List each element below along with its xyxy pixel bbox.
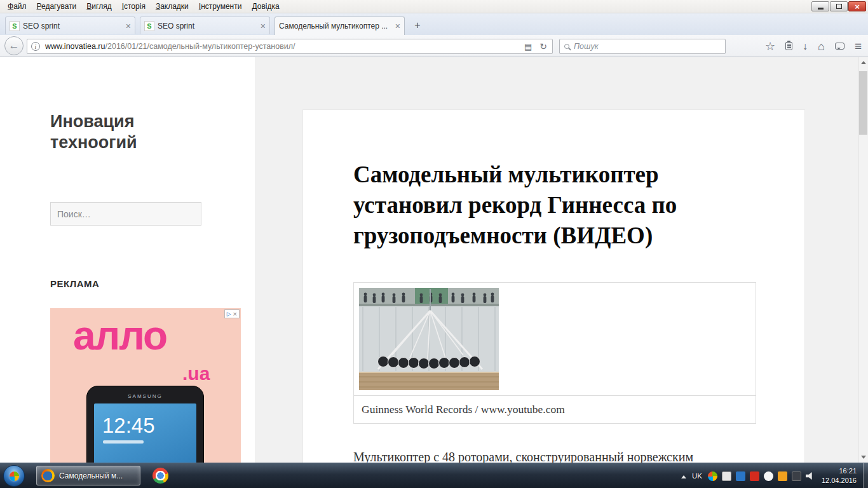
- hamburger-menu-icon[interactable]: ≡: [855, 40, 862, 52]
- ad-close-icon[interactable]: ×: [233, 311, 237, 318]
- tab-close-icon[interactable]: ×: [395, 22, 400, 30]
- scrollbar-thumb[interactable]: [859, 71, 867, 135]
- image-caption: Guinness World Records / www.youtube.com: [354, 395, 756, 423]
- article-title: Самодельный мультикоптер установил рекор…: [353, 159, 763, 251]
- clipboard-icon: [785, 42, 792, 50]
- tray-icon-2[interactable]: [722, 471, 731, 481]
- chrome-icon: [153, 468, 168, 484]
- article-body-text: Мультикоптер с 48 роторами, сконструиров…: [353, 447, 757, 463]
- triangle-down-icon: [861, 456, 866, 461]
- menu-help[interactable]: Довідка: [247, 1, 284, 12]
- tab-article-active[interactable]: Самодельный мультикоптер ... ×: [275, 17, 405, 35]
- multicopter-photo: [359, 288, 499, 390]
- tab-bar: S SEO sprint × S SEO sprint × Самодельны…: [0, 13, 868, 35]
- adchoices-icon: ▷: [227, 311, 231, 317]
- tab-label: SEO sprint: [23, 22, 123, 30]
- language-indicator[interactable]: UK: [691, 472, 703, 480]
- chat-bubble-icon: [835, 43, 844, 50]
- back-button[interactable]: ←: [4, 36, 24, 55]
- page-scrollbar[interactable]: [858, 57, 868, 463]
- tab-seo-sprint-2[interactable]: S SEO sprint ×: [140, 17, 270, 34]
- article-card: Самодельный мультикоптер установил рекор…: [302, 109, 805, 463]
- tray-icon-3[interactable]: [736, 471, 745, 481]
- menu-tools[interactable]: Інструменти: [194, 1, 247, 12]
- tray-icon-4[interactable]: [750, 471, 759, 481]
- url-bar[interactable]: i www.inovatiea.ru/2016/01/21/самодельны…: [27, 39, 553, 54]
- site-info-icon[interactable]: i: [31, 42, 40, 51]
- scroll-up-arrow[interactable]: [858, 57, 868, 67]
- reload-icon[interactable]: ↻: [539, 42, 547, 51]
- ads-heading: РЕКЛАМА: [50, 278, 99, 289]
- page-sidebar: Иновация техноогий РЕКЛАМА ▷ × алло .ua …: [0, 57, 255, 463]
- phone-date-line: [103, 440, 144, 444]
- show-desktop-button[interactable]: [863, 463, 868, 488]
- close-icon: ×: [855, 3, 860, 11]
- menu-history[interactable]: Історія: [117, 1, 151, 12]
- phone-screen: 12:45: [94, 403, 196, 463]
- close-button[interactable]: ×: [848, 1, 866, 11]
- toolbar-icons: ☆ ↓ ⌂ ≡: [765, 35, 862, 57]
- taskbar-clock[interactable]: 16:21 12.04.2016: [822, 466, 857, 485]
- hello-chat-icon[interactable]: [835, 43, 844, 50]
- triangle-up-icon: [861, 58, 866, 64]
- maximize-icon: [836, 4, 842, 9]
- tab-label: Самодельный мультикоптер ...: [279, 22, 393, 30]
- sidebar-search-widget: [50, 202, 201, 226]
- taskbar-firefox-button[interactable]: Самодельный м...: [36, 466, 140, 485]
- menu-file[interactable]: Файл: [3, 1, 32, 12]
- tab-label: SEO sprint: [158, 22, 258, 30]
- minimize-icon: [818, 8, 824, 10]
- tab-close-icon[interactable]: ×: [261, 22, 266, 30]
- seo-sprint-favicon: S: [10, 21, 20, 31]
- ad-brand-domain: .ua: [182, 363, 210, 384]
- navigation-toolbar: ← i www.inovatiea.ru/2016/01/21/самодель…: [0, 35, 868, 57]
- show-hidden-icons-chevron[interactable]: [681, 473, 686, 478]
- downloads-icon[interactable]: ↓: [803, 41, 808, 51]
- urlbar-actions: ▤ ↻: [524, 42, 548, 51]
- tray-icon-1[interactable]: [708, 471, 717, 481]
- menu-view[interactable]: Вигляд: [81, 1, 116, 12]
- reader-mode-icon[interactable]: ▤: [524, 43, 532, 51]
- menu-edit[interactable]: Редагувати: [32, 1, 82, 12]
- ad-phone-image: SAMSUNG 12:45: [86, 386, 204, 463]
- url-text: www.inovatiea.ru/2016/01/21/самодельный-…: [45, 42, 524, 51]
- firefox-icon: [41, 469, 55, 482]
- system-tray: UK 16:21 12.04.2016: [681, 463, 862, 488]
- tray-icon-7[interactable]: [792, 471, 801, 481]
- volume-icon[interactable]: [806, 472, 814, 480]
- taskbar-window-title: Самодельный м...: [59, 471, 123, 480]
- tray-icon-5[interactable]: [764, 471, 773, 481]
- maximize-button[interactable]: [830, 1, 848, 11]
- scroll-down-arrow[interactable]: [858, 452, 868, 463]
- window-controls: ×: [811, 1, 866, 11]
- article-figure: Guinness World Records / www.youtube.com: [353, 282, 756, 424]
- seo-sprint-favicon: S: [144, 21, 154, 31]
- windows-taskbar: Самодельный м... UK 16:21 12.04.2016: [0, 463, 868, 488]
- tab-close-icon[interactable]: ×: [126, 22, 131, 30]
- site-title[interactable]: Иновация техноогий: [50, 111, 209, 153]
- menu-bookmarks[interactable]: Закладки: [151, 1, 194, 12]
- adchoices-badge[interactable]: ▷ ×: [224, 309, 240, 318]
- figure-media: [354, 283, 756, 395]
- sidebar-search-input[interactable]: [50, 202, 201, 226]
- url-host: www.inovatiea.ru: [45, 42, 105, 51]
- bookmark-star-icon[interactable]: ☆: [765, 41, 775, 52]
- tray-icon-6[interactable]: [778, 471, 787, 481]
- advertisement-banner[interactable]: ▷ × алло .ua SAMSUNG 12:45: [50, 308, 241, 463]
- desktop: Файл Редагувати Вигляд Історія Закладки …: [0, 0, 868, 488]
- tab-seo-sprint-1[interactable]: S SEO sprint ×: [5, 17, 135, 34]
- start-button[interactable]: [3, 465, 25, 487]
- clock-date: 12.04.2016: [822, 476, 857, 485]
- search-input[interactable]: [574, 42, 721, 51]
- search-icon: [564, 44, 569, 49]
- phone-brand-label: SAMSUNG: [87, 393, 203, 399]
- new-tab-button[interactable]: +: [409, 18, 426, 32]
- menu-bar: Файл Редагувати Вигляд Історія Закладки …: [0, 0, 868, 13]
- bookmarks-menu-icon[interactable]: [785, 42, 792, 50]
- windows-flag-icon: [10, 471, 19, 481]
- search-bar[interactable]: [559, 39, 726, 54]
- minimize-button[interactable]: [811, 1, 829, 11]
- url-path: /2016/01/21/самодельный-мультикоптер-уст…: [105, 42, 295, 51]
- taskbar-chrome-button[interactable]: [148, 466, 172, 485]
- home-icon[interactable]: ⌂: [818, 41, 825, 52]
